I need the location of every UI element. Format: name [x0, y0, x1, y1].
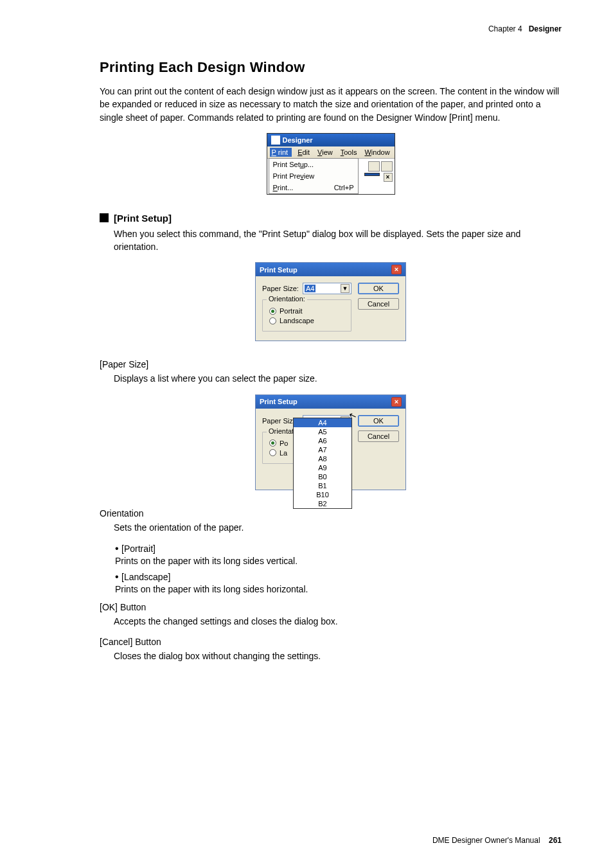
page-number: 261	[549, 836, 562, 845]
radio-landscape[interactable]: Landscape	[269, 317, 344, 324]
cancel-button[interactable]: Cancel	[358, 430, 399, 442]
toolbar-icons: ×	[364, 161, 393, 182]
cancel-button[interactable]: Cancel	[358, 298, 399, 310]
designer-menu-figure: Designer Print Edit View Tools Window Pr…	[267, 133, 395, 195]
print-setup-desc: When you select this command, the "Print…	[114, 227, 562, 254]
inner-titlebar	[364, 173, 380, 176]
option-a9[interactable]: A9	[294, 463, 351, 472]
landscape-item: [Landscape] Prints on the paper with its…	[115, 571, 562, 594]
option-b1[interactable]: B1	[294, 481, 351, 490]
menu-window[interactable]: Window	[362, 148, 391, 157]
cancel-button-heading: [Cancel] Button	[100, 637, 562, 647]
print-setup-dialog: Print Setup × Paper Size: A4 ▼ Orientati…	[255, 262, 406, 341]
menu-edit[interactable]: Edit	[296, 148, 312, 157]
close-icon[interactable]: ×	[391, 265, 402, 274]
ok-button-desc: Accepts the changed settings and closes …	[114, 615, 562, 628]
menu-tools[interactable]: Tools	[339, 148, 359, 157]
paper-size-label: Paper Size:	[262, 285, 299, 292]
option-a4[interactable]: A4	[294, 418, 351, 427]
dialog-title: Print Setup	[260, 266, 298, 274]
chevron-down-icon[interactable]: ▼	[341, 284, 350, 293]
option-b2[interactable]: B2	[294, 499, 351, 508]
option-b10[interactable]: B10	[294, 490, 351, 499]
option-b0[interactable]: B0	[294, 472, 351, 481]
print-setup-heading: [Print Setup]	[100, 213, 562, 224]
ok-button[interactable]: OK	[358, 283, 399, 294]
close-icon[interactable]: ×	[384, 173, 393, 182]
orientation-heading: Orientation	[100, 508, 562, 518]
paper-size-desc: Displays a list where you can select the…	[114, 372, 562, 385]
close-icon[interactable]: ×	[391, 397, 402, 407]
print-dropdown: Print Setup... Print Preview Print...Ctr…	[269, 158, 359, 194]
option-a7[interactable]: A7	[294, 445, 351, 454]
orientation-desc: Sets the orientation of the paper.	[114, 521, 562, 534]
ok-button[interactable]: OK	[358, 415, 399, 427]
menu-item-print-preview[interactable]: Print Preview	[269, 170, 358, 182]
menu-view[interactable]: View	[315, 148, 335, 157]
option-a5[interactable]: A5	[294, 427, 351, 436]
toolbar-icon[interactable]	[381, 161, 393, 172]
option-a8[interactable]: A8	[294, 454, 351, 463]
radio-portrait[interactable]: Portrait	[269, 307, 344, 315]
section-text: Designer	[529, 24, 562, 33]
page-footer: DME Designer Owner's Manual 261	[432, 836, 562, 845]
designer-titlebar: Designer	[267, 134, 395, 146]
menu-bar: Print Edit View Tools Window	[267, 146, 395, 159]
chapter-text: Chapter 4	[488, 24, 522, 33]
menu-print[interactable]: Print	[270, 148, 292, 157]
page-title: Printing Each Design Window	[100, 59, 562, 76]
orientation-group: Orientation: Portrait Landscape	[262, 299, 351, 332]
print-setup-dialog-open: Print Setup × Paper Size: A4 ▼ O	[255, 394, 406, 490]
dialog-title: Print Setup	[260, 398, 298, 405]
paper-size-select[interactable]: A4 ▼	[303, 283, 351, 294]
app-icon	[271, 136, 280, 145]
orientation-list: [Portrait] Prints on the paper with its …	[115, 543, 562, 594]
intro-paragraph: You can print out the content of each de…	[100, 85, 562, 124]
menu-item-print-setup[interactable]: Print Setup...	[269, 159, 358, 170]
page-header: Chapter 4 Designer	[100, 24, 562, 33]
paper-size-options: A4 A5 A6 A7 A8 A9 B0 B1 B10 B2	[293, 418, 352, 509]
portrait-item: [Portrait] Prints on the paper with its …	[115, 543, 562, 566]
bullet-square-icon	[100, 213, 109, 222]
designer-title: Designer	[283, 136, 313, 144]
cancel-button-desc: Closes the dialog box without changing t…	[114, 650, 562, 662]
menu-item-print[interactable]: Print...Ctrl+P	[269, 182, 358, 193]
toolbar-icon[interactable]	[368, 161, 380, 172]
ok-button-heading: [OK] Button	[100, 602, 562, 612]
paper-size-heading: [Paper Size]	[100, 359, 562, 369]
option-a6[interactable]: A6	[294, 436, 351, 445]
